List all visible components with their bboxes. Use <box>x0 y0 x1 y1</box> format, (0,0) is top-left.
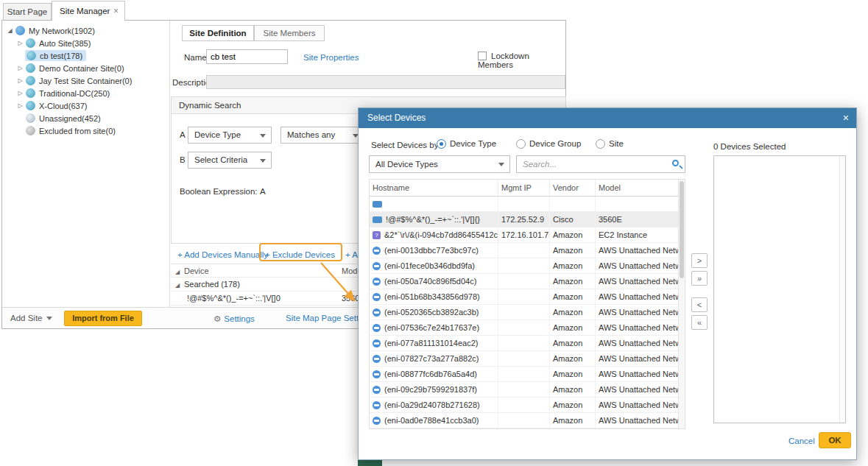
tab-site-definition[interactable]: Site Definition <box>182 25 254 41</box>
radio-device-type[interactable]: Device Type <box>437 139 496 149</box>
device-type-icon <box>373 293 381 301</box>
add-site-button[interactable]: Add Site <box>10 314 52 322</box>
device-row[interactable]: (eni-0013dbbc77e3bc97c)AmazonAWS Unattac… <box>370 243 685 258</box>
collapsed-icon[interactable]: ▷ <box>15 65 25 71</box>
expand-all-icon[interactable]: ◢ <box>175 265 184 277</box>
add-selected-button[interactable]: > <box>691 253 708 268</box>
model-cell: AWS Unattached Netwo... <box>595 351 678 366</box>
device-row[interactable]: !@#$%^&*()_-=+~`::.'|V[]{}172.25.52.9Cis… <box>370 212 685 227</box>
search-input[interactable] <box>516 155 685 173</box>
tab-site-manager[interactable]: Site Manager × <box>52 1 125 21</box>
radio-device-group[interactable]: Device Group <box>516 139 581 149</box>
device-row[interactable]: (eni-09c29b7599291837f)AmazonAWS Unattac… <box>370 382 685 398</box>
collapsed-icon[interactable]: ▷ <box>15 90 25 96</box>
device-list-table: Hostname Mgmt IP Vendor Model !@#$%^&*()… <box>369 179 685 429</box>
radio-selected-icon[interactable] <box>437 139 446 149</box>
criteria-a-field-dropdown[interactable]: Device Type <box>188 127 272 144</box>
group-expanded-icon[interactable]: ◢ <box>175 278 184 291</box>
table-scrollbar[interactable] <box>678 180 685 428</box>
mgmt-ip-cell <box>498 274 549 289</box>
close-dialog-icon[interactable]: × <box>843 112 849 124</box>
exclude-devices-link[interactable]: + Exclude Devices <box>265 250 335 259</box>
model-cell: AWS Unattached Netwo... <box>595 382 678 397</box>
tab-start-page[interactable]: Start Page <box>3 3 52 21</box>
list-scrollbar-track[interactable] <box>839 156 845 423</box>
device-row[interactable]: (eni-07827c73a277a882c)AmazonAWS Unattac… <box>370 351 685 367</box>
device-row[interactable]: (eni-077a811131014eac2)AmazonAWS Unattac… <box>370 336 685 351</box>
lockdown-members-checkbox[interactable]: Lockdown Members <box>478 52 565 69</box>
tree-item-label: Unassigned(452) <box>39 114 101 123</box>
radio-icon[interactable] <box>596 139 605 149</box>
device-row[interactable]: (eni-050a740c896f5d04c)AmazonAWS Unattac… <box>370 274 685 289</box>
radio-icon[interactable] <box>516 139 526 149</box>
mgmt-ip-column-header: Mgmt IP <box>498 180 549 196</box>
device-row[interactable]: (eni-08877fc6db76a5a4d)AmazonAWS Unattac… <box>370 367 685 382</box>
name-input[interactable] <box>206 49 288 64</box>
collapsed-icon[interactable]: ▷ <box>15 77 25 84</box>
expanded-icon[interactable]: ◢ <box>5 27 15 34</box>
vendor-cell: Cisco <box>549 212 595 227</box>
tree-item-excluded[interactable]: Excluded from site(0) <box>2 124 169 137</box>
search-icon[interactable] <box>672 160 679 166</box>
cancel-button[interactable]: Cancel <box>788 437 815 445</box>
hostname-cell: (eni-07536c7e24b17637e) <box>370 320 498 335</box>
boolean-expression-value[interactable]: A <box>260 187 266 196</box>
tree-item-label: Traditional-DC(250) <box>39 89 110 98</box>
close-tab-icon[interactable]: × <box>113 1 119 21</box>
remove-all-button[interactable]: « <box>691 315 708 330</box>
model-cell: EC2 Instance <box>595 227 678 242</box>
tree-item-x-cloud[interactable]: ▷ X-Cloud(637) <box>2 99 169 112</box>
checkbox-icon[interactable] <box>478 52 487 60</box>
vendor-column-header: Vendor <box>549 180 595 196</box>
device-type-icon <box>373 355 381 363</box>
collapsed-icon[interactable]: ▷ <box>15 102 25 109</box>
criteria-a-operator-dropdown[interactable]: Matches any <box>280 127 364 144</box>
tree-item-my-network[interactable]: ◢ My Network(1902) <box>2 24 169 37</box>
model-cell: AWS Unattached Netwo... <box>595 320 678 335</box>
collapsed-icon[interactable]: ▷ <box>15 40 25 46</box>
device-row[interactable]: (eni-0a29d24078b271628)AmazonAWS Unattac… <box>370 398 685 413</box>
selected-devices-list[interactable] <box>713 155 846 423</box>
device-row[interactable]: (eni-051b68b343856d978)AmazonAWS Unattac… <box>370 289 685 305</box>
select-by-label: Select Devices by: <box>371 141 441 149</box>
device-row[interactable]: (eni-0520365cb3892ac3b)AmazonAWS Unattac… <box>370 305 685 320</box>
settings-label: Settings <box>224 314 255 323</box>
tree-item-auto-site[interactable]: ▷ Auto Site(385) <box>2 37 169 49</box>
description-input[interactable] <box>206 75 565 89</box>
device-row[interactable]: &2*`\r\/&(i-094cb7dd86455412c)172.16.101… <box>370 227 685 243</box>
radio-site[interactable]: Site <box>596 139 624 149</box>
tree-item-unassigned[interactable]: Unassigned(452) <box>2 112 169 124</box>
device-row[interactable]: (eni-07536c7e24b17637e)AmazonAWS Unattac… <box>370 320 685 336</box>
site-container-icon <box>26 76 35 85</box>
settings-link[interactable]: ⚙Settings <box>214 314 255 324</box>
device-type-icon <box>373 216 382 223</box>
vendor-cell: Amazon <box>549 320 595 335</box>
hostname-cell <box>370 197 498 211</box>
tree-item-jay-test[interactable]: ▷ Jay Test Site Container(0) <box>2 74 169 87</box>
add-devices-manually-link[interactable]: + Add Devices Manually <box>177 250 268 259</box>
tree-item-traditional-dc[interactable]: ▷ Traditional-DC(250) <box>2 87 169 99</box>
device-row[interactable]: (eni-01fece0b346dbd9fa)AmazonAWS Unattac… <box>370 258 685 274</box>
add-all-button[interactable]: » <box>691 271 708 286</box>
site-properties-link[interactable]: Site Properties <box>303 53 359 62</box>
vendor-cell: Amazon <box>549 382 595 397</box>
tree-item-demo-container[interactable]: ▷ Demo Container Site(0) <box>2 62 169 74</box>
site-tree: ◢ My Network(1902) ▷ Auto Site(385) cb t… <box>2 21 170 307</box>
hostname-cell: (eni-07827c73a277a882c) <box>370 351 498 366</box>
device-row[interactable] <box>370 197 685 212</box>
tree-item-cb-test[interactable]: cb test(178) <box>2 49 169 62</box>
tree-item-label: X-Cloud(637) <box>39 102 87 110</box>
mgmt-ip-cell <box>498 413 549 428</box>
criteria-b-field-dropdown[interactable]: Select Criteria <box>188 152 272 169</box>
device-type-filter-dropdown[interactable]: All Device Types <box>369 155 510 173</box>
device-type-icon <box>373 262 381 270</box>
dialog-titlebar[interactable]: Select Devices × <box>359 108 856 128</box>
device-row[interactable]: (eni-0ad0e788e41ccb3a0)AmazonAWS Unattac… <box>370 413 685 428</box>
tab-site-members[interactable]: Site Members <box>254 25 325 41</box>
scrollbar-thumb[interactable] <box>680 181 684 278</box>
import-from-file-button[interactable]: Import from File <box>64 311 142 326</box>
hostname-cell: !@#$%^&*()_-=+~`::.'|V[]{} <box>370 212 498 227</box>
chevron-down-icon <box>46 317 52 320</box>
ok-button[interactable]: OK <box>819 432 851 448</box>
remove-selected-button[interactable]: < <box>691 297 708 312</box>
